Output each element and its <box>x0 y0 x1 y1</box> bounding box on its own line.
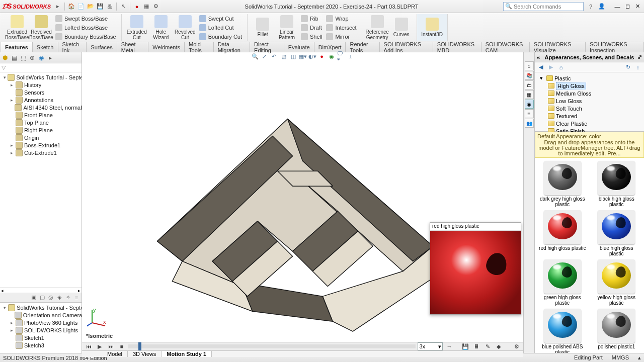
fm-tab-property-icon[interactable]: ▤ <box>10 54 18 62</box>
dm-scene-icon[interactable]: ▣ <box>30 294 38 302</box>
tasktab-forum-icon[interactable]: 👥 <box>525 119 534 128</box>
tasktab-appearances-icon[interactable]: ◉ <box>525 100 534 109</box>
cm-tab-solidworks-add-ins[interactable]: SOLIDWORKS Add-Ins <box>380 42 433 52</box>
print-icon[interactable]: 🖶 <box>106 3 114 11</box>
tree-item[interactable]: ▸Annotations <box>0 96 82 104</box>
draft-button[interactable]: Draft <box>299 23 324 32</box>
mirror-button[interactable]: Mirror <box>324 32 358 41</box>
dm-item[interactable]: Sketch3 <box>0 341 82 349</box>
motion-play-icon[interactable]: ▶ <box>95 342 104 350</box>
nav-back-icon[interactable]: ◀ <box>537 63 545 71</box>
motion-stop-icon[interactable]: ■ <box>117 342 126 350</box>
fm-tab-dimxpert-icon[interactable]: ⊕ <box>28 54 36 62</box>
tree-item[interactable]: Sensors <box>0 88 82 96</box>
hole-wizard-button[interactable]: Hole Wizard <box>149 14 173 41</box>
appearance-swatch[interactable]: blue high gloss plastic <box>592 210 641 256</box>
graphics-area[interactable]: 🔍 ⤢ ↶ ▧ ◫ ▦▾ ◐▾ ● ◉ 🖵▾ ⟂ <box>82 52 523 353</box>
edit-appearance-icon[interactable]: ● <box>318 52 326 60</box>
swept-cut-button[interactable]: Swept Cut <box>197 14 244 23</box>
rib-button[interactable]: Rib <box>299 14 324 23</box>
motion-timeline[interactable] <box>128 344 416 348</box>
menu-dropdown-icon[interactable]: ▸ <box>54 3 62 11</box>
nav-up-icon[interactable]: ↑ <box>634 63 642 71</box>
display-style-icon[interactable]: ▦▾ <box>299 52 307 60</box>
appearance-swatch[interactable]: dark grey high gloss plastic <box>538 161 587 207</box>
rebuild-icon[interactable]: ● <box>133 3 141 11</box>
open-icon[interactable]: 📂 <box>87 3 95 11</box>
tasktab-design-lib-icon[interactable]: 📚 <box>525 71 534 80</box>
settings-icon[interactable]: ⚙ <box>152 3 160 11</box>
boundary-boss-button[interactable]: Boundary Boss/Base <box>53 32 118 41</box>
dm-walk-icon[interactable]: ✧ <box>64 294 72 302</box>
collapse-panel-icon[interactable]: « <box>537 54 540 60</box>
fm-tab-config-icon[interactable]: ⬚ <box>19 54 27 62</box>
options-icon[interactable]: ▦ <box>142 3 150 11</box>
tasktab-file-explorer-icon[interactable]: 🗀 <box>525 80 534 89</box>
minimize-button[interactable]: — <box>613 3 622 10</box>
prev-view-icon[interactable]: ↶ <box>270 52 278 60</box>
apply-scene-icon[interactable]: ◉ <box>328 52 336 60</box>
save-icon[interactable]: 💾 <box>96 3 104 11</box>
dm-root[interactable]: ▾SolidWorks Tutorial - September 202 <box>0 304 82 311</box>
cm-tab-weldments[interactable]: Weldments <box>148 42 185 52</box>
shell-button[interactable]: Shell <box>299 32 324 41</box>
view-triad[interactable]: yx <box>87 308 107 329</box>
dm-item[interactable]: ▸PhotoView 360 Lights <box>0 319 82 326</box>
dm-item[interactable]: Sketch1 <box>0 334 82 341</box>
tree-item[interactable]: ▸History <box>0 81 82 88</box>
appearance-category[interactable]: Soft Touch <box>537 105 642 112</box>
swept-boss-button[interactable]: Swept Boss/Base <box>53 14 118 23</box>
feature-filter-bar[interactable]: ▽ <box>0 63 82 72</box>
extruded-boss-button[interactable]: Extruded Boss/Base <box>5 14 29 41</box>
appearance-swatch[interactable]: black high gloss plastic <box>592 161 641 207</box>
dm-decal-icon[interactable]: ◈ <box>55 294 63 302</box>
tree-item[interactable]: Front Plane <box>0 111 82 119</box>
cm-tab-solidworks-visualize[interactable]: SOLIDWORKS Visualize <box>530 42 586 52</box>
cm-tab-sketch-ink[interactable]: Sketch Ink <box>58 42 87 52</box>
nav-refresh-icon[interactable]: ↻ <box>624 63 632 71</box>
fm-tab-feature-icon[interactable]: ⬢ <box>1 54 9 62</box>
cm-tab-solidworks-mbd[interactable]: SOLIDWORKS MBD <box>433 42 481 52</box>
cm-tab-direct-editing[interactable]: Direct Editing <box>250 42 284 52</box>
login-icon[interactable]: 👤 <box>598 3 606 11</box>
bottom-tab[interactable]: 3D Views <box>128 351 162 357</box>
dm-list-icon[interactable]: ≡ <box>72 294 80 302</box>
curves-button[interactable]: Curves <box>389 17 414 38</box>
appearance-category[interactable]: Low Gloss <box>537 97 642 105</box>
appearance-category[interactable]: Textured <box>537 112 642 120</box>
home-icon[interactable]: 🏠 <box>67 3 75 11</box>
cm-tab-surfaces[interactable]: Surfaces <box>87 42 117 52</box>
cm-tab-render-tools[interactable]: Render Tools <box>346 42 379 52</box>
help-icon[interactable]: ? <box>587 3 595 11</box>
tasktab-resources-icon[interactable]: ⌂ <box>525 61 534 70</box>
motion-next-icon[interactable]: → <box>445 342 454 350</box>
tree-item[interactable]: ▸Boss-Extrude1 <box>0 141 82 149</box>
bottom-tab[interactable]: Model <box>102 351 128 357</box>
section-view-icon[interactable]: ▧ <box>280 52 288 60</box>
dm-light1-icon[interactable]: ▢ <box>38 294 46 302</box>
appearance-swatch[interactable]: red high gloss plastic <box>538 210 587 256</box>
appearance-swatch[interactable]: blue polished ABS plastic <box>538 309 587 353</box>
cm-tab-sketch[interactable]: Sketch <box>33 42 58 52</box>
fm-tab-display-icon[interactable]: ◉ <box>37 54 45 62</box>
tree-item[interactable]: Top Plane <box>0 119 82 126</box>
cm-tab-evaluate[interactable]: Evaluate <box>284 42 314 52</box>
revolved-boss-button[interactable]: Revolved Boss/Base <box>29 14 53 41</box>
boundary-cut-button[interactable]: Boundary Cut <box>197 32 244 41</box>
orientation-cube-icon[interactable]: ⟂ <box>347 52 355 60</box>
motion-pv-icon[interactable]: ◆ <box>494 342 503 350</box>
tree-item[interactable]: AISI 4340 Steel, normalized <box>0 104 82 111</box>
wrap-button[interactable]: Wrap <box>324 14 358 23</box>
bottom-tab[interactable]: Motion Study 1 <box>162 351 212 357</box>
category-plastic[interactable]: ▾Plastic <box>537 74 642 82</box>
motion-start-icon[interactable]: ⏮ <box>84 342 93 350</box>
view-orient-icon[interactable]: ◫ <box>289 52 297 60</box>
motion-wizard-icon[interactable]: ✎ <box>483 342 492 350</box>
motion-calc-icon[interactable]: 🖩 <box>472 342 481 350</box>
appearance-swatch[interactable]: yellow high gloss plastic <box>592 259 641 306</box>
cm-tab-mold-tools[interactable]: Mold Tools <box>185 42 214 52</box>
new-icon[interactable]: 📄 <box>77 3 85 11</box>
instant3d-button[interactable]: Instant3D <box>420 17 444 38</box>
dm-camera-icon[interactable]: ◎ <box>47 294 55 302</box>
tree-item[interactable]: Origin <box>0 134 82 141</box>
